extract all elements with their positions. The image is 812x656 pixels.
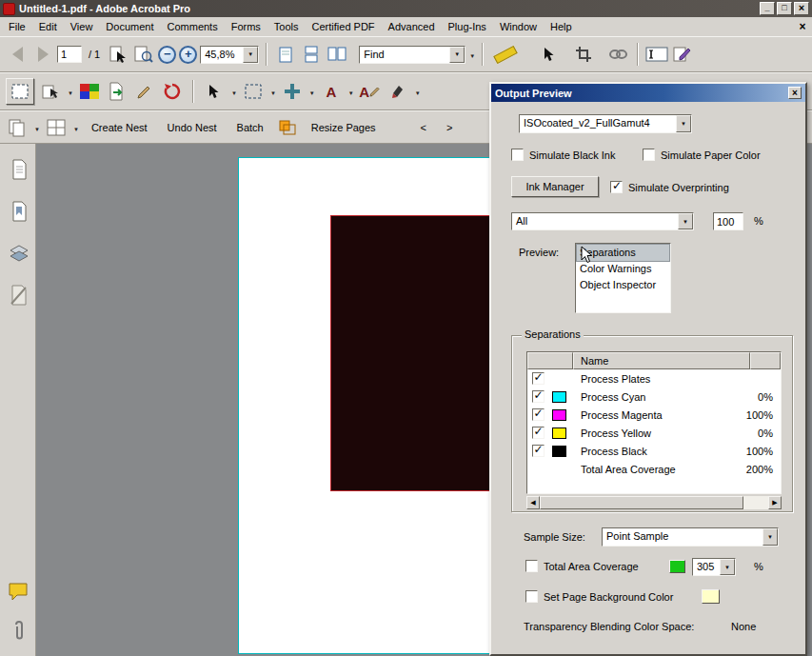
- page-number-input[interactable]: [57, 46, 82, 63]
- select-tool-button[interactable]: [107, 42, 129, 67]
- menu-item-help[interactable]: Help: [544, 18, 579, 35]
- profile-dropdown-icon[interactable]: [676, 115, 691, 132]
- total-area-coverage-checkbox[interactable]: [525, 560, 538, 572]
- forms-tool-button[interactable]: [671, 42, 694, 67]
- pitstop-select-tool-button[interactable]: [203, 79, 226, 104]
- show-dropdown-icon[interactable]: [678, 213, 693, 229]
- refresh-tool-button[interactable]: [161, 79, 184, 104]
- batch-button[interactable]: Batch: [229, 118, 271, 137]
- pitstop-select-dropdown-icon[interactable]: [231, 86, 237, 97]
- zoom-in-button[interactable]: +: [179, 46, 197, 64]
- separation-row[interactable]: Process Magenta100%: [527, 406, 781, 424]
- separation-visibility-checkbox[interactable]: [532, 427, 545, 439]
- menu-item-tools[interactable]: Tools: [267, 18, 306, 35]
- find-options-dropdown-icon[interactable]: [469, 49, 475, 60]
- separation-visibility-checkbox[interactable]: [532, 445, 545, 457]
- separation-row[interactable]: Process Cyan0%: [527, 388, 781, 406]
- maximize-button[interactable]: [777, 2, 792, 15]
- link-tool-button[interactable]: [607, 42, 630, 67]
- find-dropdown-icon[interactable]: [449, 47, 465, 63]
- dialog-close-button[interactable]: [788, 87, 802, 99]
- separation-row[interactable]: Process Black100%: [527, 442, 781, 460]
- single-page-view-button[interactable]: [274, 42, 297, 67]
- touchup-object-tool-button[interactable]: [39, 79, 62, 104]
- select-object-tool-button[interactable]: [6, 78, 34, 105]
- zoom-dropdown-icon[interactable]: [243, 47, 258, 63]
- tac-limit-combo[interactable]: 305: [692, 558, 736, 576]
- snapshot-tool-button[interactable]: [132, 42, 155, 67]
- simulation-profile-combo[interactable]: ISOcoated_v2_FullGamut4: [519, 114, 692, 133]
- header-cell-blank[interactable]: [527, 352, 573, 369]
- text-field-tool-button[interactable]: [645, 42, 668, 67]
- simulate-overprinting-checkbox[interactable]: [610, 181, 623, 193]
- facing-view-button[interactable]: [326, 42, 348, 67]
- export-tool-button[interactable]: [106, 79, 129, 104]
- create-nest-button[interactable]: Create Nest: [84, 118, 155, 137]
- comments-panel-icon[interactable]: [7, 579, 31, 604]
- crop-tool-button[interactable]: [572, 42, 595, 67]
- tac-dropdown-icon[interactable]: [720, 559, 735, 575]
- separation-row[interactable]: Total Area Coverage200%: [527, 460, 781, 478]
- simulate-paper-color-checkbox[interactable]: [643, 149, 655, 161]
- pitstop-text-tool-button[interactable]: A: [320, 79, 343, 104]
- zoom-out-button[interactable]: −: [158, 46, 176, 64]
- copy-page-dropdown-icon[interactable]: [34, 122, 40, 133]
- page-background-swatch[interactable]: [702, 589, 720, 604]
- resize-pages-tool-button[interactable]: [276, 115, 299, 140]
- dialog-titlebar[interactable]: Output Preview: [491, 84, 805, 102]
- separation-row[interactable]: Process Yellow0%: [527, 424, 781, 442]
- menu-item-certified-pdf[interactable]: Certified PDF: [306, 18, 382, 35]
- measuring-tool-button[interactable]: [490, 42, 521, 67]
- scroll-left-icon[interactable]: [526, 496, 540, 509]
- opacity-input[interactable]: [713, 212, 743, 230]
- menu-item-edit[interactable]: Edit: [32, 18, 64, 35]
- menu-item-advanced[interactable]: Advanced: [382, 18, 442, 35]
- separation-visibility-checkbox[interactable]: [532, 372, 545, 385]
- layers-panel-icon[interactable]: [7, 241, 31, 266]
- bookmarks-panel-icon[interactable]: [7, 199, 31, 224]
- separation-visibility-checkbox[interactable]: [532, 408, 545, 421]
- resize-pages-button[interactable]: Resize Pages: [304, 118, 384, 137]
- preview-option-object-inspector[interactable]: Object Inspector: [577, 277, 669, 293]
- pitstop-move-tool-button[interactable]: [281, 79, 304, 104]
- minimize-button[interactable]: [760, 2, 775, 15]
- pitstop-ink-tool-button[interactable]: [386, 79, 409, 104]
- close-document-icon[interactable]: [795, 20, 810, 33]
- pitstop-text-dropdown-icon[interactable]: [348, 86, 354, 97]
- pages-panel-icon[interactable]: [7, 157, 31, 182]
- sample-size-dropdown-icon[interactable]: [762, 528, 778, 546]
- pointer-tool-button[interactable]: [537, 42, 560, 67]
- find-input[interactable]: Find: [359, 46, 465, 64]
- touchup-dropdown-icon[interactable]: [68, 86, 73, 97]
- copy-page-tool-button[interactable]: [6, 115, 29, 140]
- pdf-page[interactable]: [238, 157, 506, 654]
- separation-visibility-checkbox[interactable]: [532, 390, 545, 403]
- pitstop-move-dropdown-icon[interactable]: [309, 86, 315, 97]
- separations-scrollbar[interactable]: [526, 496, 782, 509]
- sample-size-combo[interactable]: Point Sample: [602, 527, 779, 547]
- pitstop-ink-dropdown-icon[interactable]: [415, 86, 421, 97]
- pitstop-edit-text-tool-button[interactable]: A: [359, 79, 382, 104]
- scroll-track[interactable]: [743, 496, 768, 509]
- pitstop-marquee-tool-button[interactable]: [242, 79, 265, 104]
- color-tool-button[interactable]: [78, 79, 101, 104]
- menu-item-view[interactable]: View: [64, 18, 100, 35]
- header-cell-value[interactable]: [750, 352, 781, 369]
- undo-nest-button[interactable]: Undo Nest: [160, 118, 225, 137]
- layout-dropdown-icon[interactable]: [73, 122, 79, 133]
- previous-nest-button[interactable]: <: [413, 118, 434, 137]
- scroll-thumb[interactable]: [540, 496, 743, 509]
- window-titlebar[interactable]: Untitled-1.pdf - Adobe Acrobat Pro: [0, 0, 812, 17]
- signatures-panel-icon[interactable]: [7, 283, 31, 308]
- header-cell-name[interactable]: Name: [573, 352, 750, 369]
- menu-item-forms[interactable]: Forms: [225, 18, 267, 35]
- tac-color-swatch[interactable]: [669, 560, 685, 573]
- next-view-button[interactable]: [31, 42, 54, 67]
- layout-tool-button[interactable]: [45, 115, 68, 140]
- show-combo[interactable]: All: [511, 212, 694, 230]
- simulate-black-ink-checkbox[interactable]: [511, 149, 524, 161]
- previous-view-button[interactable]: [6, 42, 29, 67]
- page-background-checkbox[interactable]: [525, 590, 538, 603]
- close-window-button[interactable]: [794, 2, 809, 15]
- separation-row[interactable]: Process Plates: [527, 369, 781, 388]
